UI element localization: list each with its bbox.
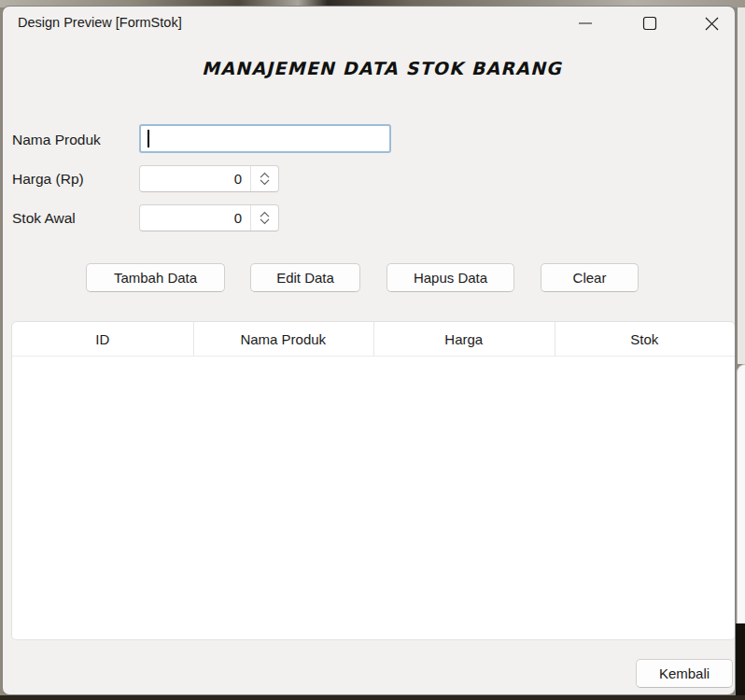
chevron-up-down-icon	[259, 172, 271, 186]
stok-data-table: ID Nama Produk Harga Stok	[11, 321, 736, 640]
close-icon	[704, 16, 720, 32]
maximize-button[interactable]	[629, 9, 670, 37]
table-header-row: ID Nama Produk Harga Stok	[12, 322, 735, 357]
maximize-icon	[642, 16, 657, 31]
hapus-data-button[interactable]: Hapus Data	[387, 263, 514, 292]
stok-awal-value: 0	[140, 205, 250, 231]
stok-awal-number-input[interactable]: 0	[139, 204, 279, 231]
window-title: Design Preview [FormStok]	[18, 15, 182, 30]
minimize-button[interactable]	[565, 9, 606, 37]
harga-number-input[interactable]: 0	[139, 165, 279, 192]
page-title: MANAJEMEN DATA STOK BARANG	[3, 58, 735, 78]
clear-button[interactable]: Clear	[541, 263, 639, 292]
design-preview-window: Design Preview [FormStok] MANAJEMEN DATA…	[2, 6, 736, 695]
text-caret	[148, 130, 149, 147]
desktop-right-dark-sliver	[736, 623, 745, 700]
harga-spin-button[interactable]	[251, 166, 278, 191]
chevron-up-down-icon	[259, 211, 271, 225]
column-header-harga[interactable]: Harga	[373, 322, 555, 356]
nama-produk-input[interactable]	[139, 124, 391, 153]
harga-value: 0	[140, 166, 250, 191]
kembali-button[interactable]: Kembali	[636, 659, 733, 688]
column-header-nama-produk[interactable]: Nama Produk	[193, 322, 374, 356]
column-header-id[interactable]: ID	[12, 322, 193, 356]
column-header-stok[interactable]: Stok	[555, 322, 736, 356]
stok-awal-label: Stok Awal	[12, 209, 76, 228]
tambah-data-button[interactable]: Tambah Data	[86, 263, 225, 292]
edit-data-button[interactable]: Edit Data	[250, 263, 360, 292]
nama-produk-label: Nama Produk	[12, 131, 101, 149]
harga-label: Harga (Rp)	[12, 170, 84, 189]
desktop-right-gray-sliver	[738, 7, 745, 364]
close-button[interactable]	[691, 9, 732, 37]
background-window-sliver	[737, 364, 745, 623]
stok-awal-spin-button[interactable]	[251, 205, 278, 231]
table-body-empty	[12, 357, 735, 640]
minimize-icon	[578, 16, 593, 31]
desktop-bottom-strip	[0, 695, 745, 700]
